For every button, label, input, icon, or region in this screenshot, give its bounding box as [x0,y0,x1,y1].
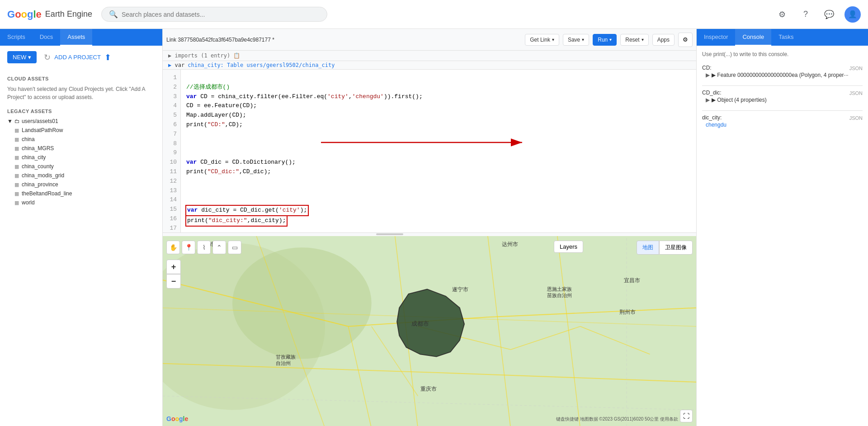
svg-point-2 [232,247,372,359]
tab-docs[interactable]: Docs [33,29,61,46]
console-json-diccity[interactable]: JSON [849,115,863,121]
settings-button[interactable]: ⚙ [774,6,790,23]
asset-item-china-county[interactable]: ▦ china_county [4,162,159,171]
help-button[interactable]: ? [797,6,814,23]
tab-scripts[interactable]: Scripts [0,29,33,46]
line-numbers: 123456789101112131415161718192021222324 [163,70,181,232]
asset-item-china-modis-grid[interactable]: ▦ china_modis_grid [4,171,159,180]
preview-var: ▶ var china_city: Table users/geersl9502… [163,61,696,70]
table-icon-china-modis-grid: ▦ [14,173,19,179]
editor-settings-button[interactable]: ⚙ [678,33,693,47]
asset-tree: ▼ 🗀 users/assets01 ▦ LandsatPathRow ▦ ch… [4,116,159,208]
console-entry-cddic: CD_dic: JSON ▶▶ Object (4 properties) [702,90,863,103]
console-divider-1 [702,85,863,86]
marker-tool[interactable]: 📍 [182,241,195,254]
hand-tool[interactable]: ✋ [166,241,180,254]
earth-engine-logo: Earth Engine [45,9,92,19]
map-type-standard[interactable]: 地图 [637,241,659,255]
add-project-button[interactable]: ADD A PROJECT [54,54,101,61]
console-value-diccity: chengdu [706,122,863,128]
sidebar-toolbar: NEW ▾ ↻ ADD A PROJECT ⬆ [0,46,162,69]
console-json-cd[interactable]: JSON [849,66,863,71]
search-input[interactable] [122,11,320,18]
zoom-out-button[interactable]: − [166,274,181,289]
table-icon-china-county: ▦ [14,164,19,170]
tab-console[interactable]: Console [735,29,771,46]
apps-button[interactable]: Apps [652,34,675,46]
google-logo: Google [7,9,42,20]
map-type-buttons: 地图 卫星图像 [637,241,693,255]
polyline-tool[interactable]: ⌇ [197,241,211,254]
tab-assets[interactable]: Assets [60,29,92,46]
logo-area: Google Earth Engine [7,9,92,20]
console-key-cddic: CD_dic: [702,90,722,96]
polygon-tool[interactable]: ⌃ [212,241,226,254]
console-value-cddic[interactable]: ▶▶ Object (4 properties) [706,97,863,103]
code-area[interactable]: 123456789101112131415161718192021222324 … [163,70,696,232]
refresh-button[interactable]: ↻ [44,52,51,62]
asset-item-world[interactable]: ▦ world [4,198,159,207]
get-link-dropdown-icon: ▾ [552,37,554,42]
script-title: Link 3877580a542fca3f6457ba9e4c987177 * [166,37,521,43]
map-attribution: 键盘快捷键 地图数据 ©2023 GS(2011)6020 50公里 使用条款 [556,416,678,422]
run-button[interactable]: Run ▾ [593,34,617,46]
editor-scrollbar[interactable] [163,232,696,236]
asset-item-china-mgrs[interactable]: ▦ china_MGRS [4,144,159,153]
new-button[interactable]: NEW ▾ [7,51,37,63]
cloud-assets-description: You haven't selected any Cloud Projects … [4,83,159,105]
zoom-controls: + − [166,260,181,289]
user-avatar[interactable]: 👤 [844,6,861,23]
map-tools-strip: ✋ 📍 ⌇ ⌃ ▭ [166,241,241,254]
console-key-diccity: dic_city: [702,114,722,121]
header-right: ⚙ ? 💬 👤 [774,6,861,23]
folder-icon: 🗀 [14,118,20,124]
console-entry-diccity: dic_city: JSON chengdu [702,114,863,128]
asset-item-china-city[interactable]: ▦ china_city [4,153,159,162]
upload-button[interactable]: ⬆ [104,52,111,62]
run-dropdown-icon: ▾ [609,37,612,42]
table-icon-china: ▦ [14,137,19,142]
reset-button[interactable]: Reset ▾ [620,34,648,46]
right-panel-tabs: Inspector Console Tasks [697,29,868,46]
preview-imports: ▶ imports (1 entry) 📋 [168,52,241,59]
get-link-button[interactable]: Get Link ▾ [525,34,559,46]
fullscreen-button[interactable]: ⛶ [680,410,693,422]
tab-tasks[interactable]: Tasks [771,29,801,46]
console-json-cddic[interactable]: JSON [849,90,863,96]
chevron-down-icon: ▼ [7,118,13,124]
console-divider-2 [702,110,863,111]
code-content[interactable]: //选择成都市() var CD = china_city.filter(ee.… [181,70,696,232]
asset-item-beltandroad[interactable]: ▦ theBeltandRoad_line [4,189,159,198]
code-preview-bar: ▶ imports (1 entry) 📋 [163,51,696,61]
top-header: Google Earth Engine 🔍 ⚙ ? 💬 👤 [0,0,868,29]
rectangle-tool[interactable]: ▭ [228,241,241,254]
root-folder[interactable]: ▼ 🗀 users/assets01 [4,117,159,126]
legacy-assets-label: LEGACY ASSETS [4,105,159,116]
cloud-assets-label: CLOUD ASSETS [4,72,159,83]
right-panel: Inspector Console Tasks Use print(...) t… [696,29,868,426]
table-icon-china-province: ▦ [14,182,19,188]
table-icon-landsatpathrow: ▦ [14,128,19,133]
zoom-in-button[interactable]: + [166,260,181,274]
center-panel: Link 3877580a542fca3f6457ba9e4c987177 * … [163,29,696,426]
map-background [163,236,696,426]
tab-inspector[interactable]: Inspector [697,29,735,46]
search-bar[interactable]: 🔍 [101,7,327,22]
google-map-logo: Google [166,415,188,422]
table-icon-world: ▦ [14,200,19,206]
sidebar-tabs: Scripts Docs Assets [0,29,162,46]
asset-item-china-province[interactable]: ▦ china_province [4,180,159,189]
asset-item-landsatpathrow[interactable]: ▦ LandsatPathRow [4,126,159,135]
save-button[interactable]: Save ▾ [563,34,589,46]
chat-button[interactable]: 💬 [821,6,837,23]
map-type-satellite[interactable]: 卫星图像 [659,241,693,255]
layers-button[interactable]: Layers [554,241,583,253]
console-key-cd: CD: [702,65,712,71]
map-area: ✋ 📍 ⌇ ⌃ ▭ + − 昌都市 达州市 宜昌市 荆州市 遂宁市 成都市 重庆… [163,236,696,426]
reset-dropdown-icon: ▾ [642,37,644,42]
console-value-cd[interactable]: ▶▶ Feature 000000000000000000ea (Polygon… [706,72,863,78]
asset-item-china[interactable]: ▦ china [4,135,159,144]
sidebar-content: CLOUD ASSETS You haven't selected any Cl… [0,69,162,426]
search-icon: 🔍 [109,10,118,19]
sidebar: Scripts Docs Assets NEW ▾ ↻ ADD A PROJEC… [0,29,163,426]
